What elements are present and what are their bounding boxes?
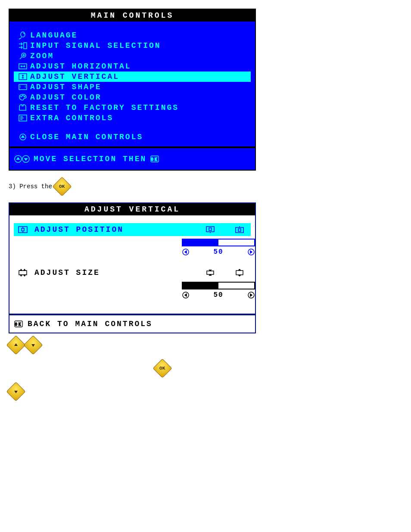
zoom-icon (16, 52, 30, 60)
menu-item-adjust-horizontal[interactable]: ADJUST HORIZONTAL (14, 61, 251, 72)
position-slider[interactable]: 50 (182, 239, 255, 256)
up-button-physical (6, 335, 25, 355)
menu-item-language[interactable]: LANGUAGE (14, 30, 251, 40)
adjust-shape-icon (16, 83, 30, 91)
position-down-icon (205, 225, 215, 234)
main-controls-title: MAIN CONTROLS (9, 9, 255, 22)
language-icon (16, 31, 30, 40)
svg-point-7 (24, 96, 25, 97)
adjust-horizontal-icon (16, 62, 30, 71)
instruction-step-5c: to highlight ADJUST SIZE. (9, 384, 411, 399)
menu-label: ADJUST COLOR (30, 93, 102, 102)
factory-reset-icon (16, 103, 30, 112)
svg-rect-0 (24, 43, 27, 49)
svg-rect-23 (207, 271, 214, 274)
svg-rect-18 (236, 227, 243, 233)
up-down-icon (14, 154, 30, 164)
menu-item-input-signal[interactable]: INPUT SIGNAL SELECTION (14, 40, 251, 51)
svg-point-6 (22, 95, 23, 96)
svg-text:OK: OK (151, 157, 159, 162)
down-button-physical (23, 335, 43, 355)
menu-label: CLOSE MAIN CONTROLS (30, 133, 143, 141)
main-controls-body: LANGUAGE INPUT SIGNAL SELECTION ZOOM ADJ… (9, 22, 255, 146)
menu-label: ADJUST HORIZONTAL (30, 62, 131, 71)
option-label: ADJUST SIZE (34, 268, 201, 277)
menu-item-adjust-color[interactable]: ADJUST COLOR (14, 92, 251, 103)
adjust-position-icon (16, 225, 30, 234)
step3-text: 3) Press the (9, 183, 52, 190)
ok-icon: OK (150, 155, 159, 163)
instruction-step-5: 5) When the position is adjusted, press … (9, 361, 411, 376)
svg-rect-17 (209, 228, 212, 230)
ok-button-physical: OK (153, 358, 172, 378)
option-label: ADJUST POSITION (34, 225, 201, 234)
main-controls-panel: MAIN CONTROLS LANGUAGE INPUT SIGNAL SELE… (9, 9, 256, 171)
menu-label: LANGUAGE (30, 31, 78, 40)
back-text: BACK TO MAIN CONTROLS (28, 320, 153, 328)
slider-left-icon[interactable] (182, 248, 190, 256)
size-grow-icon (234, 268, 245, 277)
menu-item-adjust-shape[interactable]: ADJUST SHAPE (14, 82, 251, 92)
adjust-color-icon (16, 93, 30, 102)
svg-rect-22 (19, 271, 27, 275)
size-shrink-icon (205, 268, 215, 277)
slider-right-icon[interactable] (247, 291, 255, 299)
option-adjust-size[interactable]: ADJUST SIZE (14, 266, 251, 279)
position-value: 50 (213, 248, 223, 256)
menu-item-zoom[interactable]: ZOOM (14, 51, 251, 61)
menu-label: ADJUST VERTICAL (30, 72, 119, 81)
svg-point-5 (21, 96, 22, 97)
menu-item-factory-reset[interactable]: RESET TO FACTORY SETTINGS (14, 103, 251, 113)
ok-icon: OK (14, 320, 23, 328)
svg-rect-16 (206, 227, 214, 232)
adjust-vertical-panel: ADJUST VERTICAL ADJUST POSITION 50 (9, 202, 256, 333)
close-icon (16, 133, 30, 141)
svg-rect-24 (236, 271, 243, 275)
down-button-physical (6, 382, 25, 401)
footer-text: MOVE SELECTION THEN (34, 155, 146, 163)
menu-label: ADJUST SHAPE (30, 83, 102, 91)
adjust-vertical-title: ADJUST VERTICAL (9, 203, 255, 215)
adjust-vertical-icon (16, 72, 30, 81)
menu-item-close[interactable]: CLOSE MAIN CONTROLS (14, 132, 251, 142)
ok-button-physical: OK (52, 177, 72, 196)
menu-item-extra-controls[interactable]: EXTRA CONTROLS (14, 113, 251, 123)
slider-right-icon[interactable] (247, 248, 255, 256)
position-up-icon (234, 225, 245, 234)
size-value: 50 (213, 291, 223, 299)
menu-label: INPUT SIGNAL SELECTION (30, 41, 161, 50)
svg-rect-15 (22, 228, 24, 231)
svg-rect-19 (238, 229, 241, 231)
instruction-step-3: 3) Press the OK button. The ADJUST VERTI… (9, 179, 411, 194)
menu-label: ZOOM (30, 52, 54, 60)
input-signal-icon (16, 41, 30, 50)
instruction-step-4: 4) Press the or button to move the image… (9, 338, 411, 352)
size-slider[interactable]: 50 (182, 282, 255, 299)
menu-label: EXTRA CONTROLS (30, 114, 113, 122)
main-controls-footer: MOVE SELECTION THEN OK (9, 146, 255, 170)
option-adjust-position[interactable]: ADJUST POSITION (14, 223, 251, 236)
adjust-vertical-body: ADJUST POSITION 50 ADJUST SIZE (9, 215, 255, 314)
extra-controls-icon (16, 114, 30, 122)
adjust-size-icon (16, 268, 30, 277)
menu-item-adjust-vertical[interactable]: ADJUST VERTICAL (14, 72, 251, 82)
menu-label: RESET TO FACTORY SETTINGS (30, 103, 179, 112)
adjust-vertical-footer[interactable]: OK BACK TO MAIN CONTROLS (9, 314, 255, 333)
svg-text:OK: OK (15, 322, 22, 327)
slider-left-icon[interactable] (182, 291, 190, 299)
